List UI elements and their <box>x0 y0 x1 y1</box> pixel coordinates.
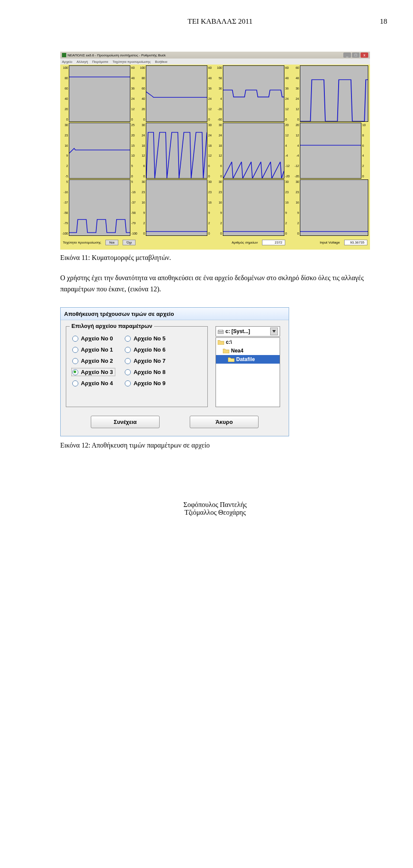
page-footer: Σοφόπουλος Παντελής Τζιόμαλλος Θεοχάρης <box>60 501 370 516</box>
minimize-button[interactable]: _ <box>343 53 351 58</box>
radio-label: Αρχείο Νο 4 <box>81 380 113 386</box>
dialog-button-row: Συνέχεια Άκυρο <box>61 414 289 436</box>
page-number: 18 <box>380 17 387 26</box>
status-sim-speed-label: Ταχύτητα προσομοίωσης <box>63 241 101 244</box>
status-points-label: Αριθμός σημείων <box>231 241 258 244</box>
radio-label: Αρχείο Νο 8 <box>133 369 165 375</box>
footer-author-2: Τζιόμαλλος Θεοχάρης <box>60 509 370 516</box>
statusbar: Ταχύτητα προσομοίωσης Ναι Όχι Αριθμός ση… <box>60 237 370 248</box>
radio-icon <box>72 336 78 342</box>
folder-label: c:\ <box>226 339 232 345</box>
dialog-title: Αποθήκευση τρέχουσων τιμών σε αρχείο <box>64 311 174 317</box>
file-radio[interactable]: Αρχείο Νο 5 <box>125 335 165 342</box>
file-radio[interactable]: Αρχείο Νο 4 <box>72 380 114 386</box>
file-radio[interactable]: Αρχείο Νο 7 <box>125 358 165 364</box>
save-parameters-dialog: Αποθήκευση τρέχουσων τιμών σε αρχείο Επι… <box>60 307 289 436</box>
menu-item[interactable]: Αρχείο <box>62 60 72 64</box>
disk-icon <box>218 329 224 334</box>
radio-label: Αρχείο Νο 7 <box>133 358 165 364</box>
folder-icon <box>218 340 224 345</box>
file-radio[interactable]: Αρχείο Νο 1 <box>72 346 114 353</box>
drive-select[interactable]: c: [Syst...] <box>216 326 280 337</box>
yes-button[interactable]: Ναι <box>105 240 118 245</box>
input-voltage-field[interactable]: 93.36735 <box>344 240 367 245</box>
menu-item[interactable]: Αλλαγή <box>77 60 88 64</box>
file-radio[interactable]: Αρχείο Νο 8 <box>125 369 165 375</box>
figure-11-caption: Εικόνα 11: Κυματομορφές μεταβλητών. <box>60 254 370 262</box>
radio-icon <box>125 369 131 375</box>
radio-icon <box>72 358 78 364</box>
header-title: ΤΕΙ ΚΑΒΑΛΑΣ 2011 <box>188 17 253 26</box>
menu-item[interactable]: Βοήθεια <box>155 60 167 64</box>
simulation-window: ΝΕΑΠΟΛΙΣ εκδ.6 - Προσομοίωση συστήματος … <box>60 52 370 250</box>
radio-icon <box>125 347 131 353</box>
app-icon <box>62 53 66 57</box>
folder-icon <box>228 357 234 362</box>
no-button[interactable]: Όχι <box>123 240 136 245</box>
window-titlebar: ΝΕΑΠΟΛΙΣ εκδ.6 - Προσομοίωση συστήματος … <box>60 52 370 59</box>
chart-grid: 100806040200Input Voltage604836241201008… <box>60 65 369 237</box>
radio-icon <box>72 347 78 353</box>
cancel-button[interactable]: Άκυρο <box>190 416 259 428</box>
chart-cell: 3024181260Valve Voltage3024181260 <box>138 123 214 179</box>
chart-cell: 302316920*Res Values302316920 <box>138 179 214 236</box>
continue-button[interactable]: Συνέχεια <box>91 416 160 428</box>
chart-cell: 100806040200Input Voltage60483624120 <box>61 65 137 122</box>
chart-cell: 5-16-37-58-79-100Diode Current5-16-37-58… <box>61 179 137 236</box>
chevron-down-icon <box>270 327 278 335</box>
file-radio[interactable]: Αρχείο Νο 0 <box>72 335 114 342</box>
radio-icon <box>72 369 78 375</box>
window-title: ΝΕΑΠΟΛΙΣ εκδ.6 - Προσομοίωση συστήματος … <box>68 53 166 57</box>
radio-icon <box>125 336 131 342</box>
status-iv-label: Input Voltage <box>320 241 340 244</box>
menubar: Αρχείο Αλλαγή Πειράματα Ταχύτητα προσομο… <box>60 59 370 65</box>
folder-icon <box>223 348 229 353</box>
radio-label: Αρχείο Νο 6 <box>133 346 165 353</box>
maximize-button[interactable]: □ <box>352 53 360 58</box>
file-radio[interactable]: Αρχείο Νο 6 <box>125 346 165 353</box>
radio-label: Αρχείο Νο 0 <box>81 335 113 342</box>
chart-cell: 3024181260Valve Current20124-4-12-20 <box>215 123 291 179</box>
points-field[interactable]: 2372 <box>262 240 285 245</box>
radio-icon <box>72 380 78 386</box>
file-radio[interactable]: Αρχείο Νο 9 <box>125 380 165 386</box>
chart-cell: 302316920Output Current <box>292 179 368 236</box>
radio-label: Αρχείο Νο 9 <box>133 380 165 386</box>
svg-rect-1 <box>219 330 223 331</box>
radio-label: Αρχείο Νο 3 <box>81 369 113 375</box>
radio-icon <box>125 358 131 364</box>
menu-item[interactable]: Πειράματα <box>92 60 108 64</box>
folder-item[interactable]: Nea4 <box>216 346 280 355</box>
chart-cell: 100806040200Output Voltage60483624120 <box>138 65 214 122</box>
chart-cell: 60483624120Diode Voltage <box>292 65 368 122</box>
chart-cell: 20124-4-12-201086420 <box>292 123 368 179</box>
folder-label: Nea4 <box>231 348 243 354</box>
radio-label: Αρχείο Νο 2 <box>81 358 113 364</box>
folder-item[interactable]: c:\ <box>216 338 280 346</box>
chart-cell: 302316920Input Current302316920 <box>215 179 291 236</box>
folder-label: Datafile <box>236 356 255 362</box>
footer-author-1: Σοφόπουλος Παντελής <box>60 501 370 509</box>
radio-icon <box>125 380 131 386</box>
close-button[interactable]: x <box>361 53 368 58</box>
chart-cell: 30231692-5Output Current2520151050 <box>61 123 137 179</box>
svg-marker-2 <box>272 330 276 333</box>
folder-item[interactable]: Datafile <box>216 355 280 364</box>
radio-label: Αρχείο Νο 1 <box>81 346 113 353</box>
menu-item[interactable]: Ταχύτητα προσομοίωσης <box>112 60 151 64</box>
file-select-group: Επιλογή αρχείου παραμέτρων Αρχείο Νο 0Αρ… <box>66 326 208 407</box>
chart-cell: 10058364-28-60Input Current60483624120 <box>215 65 291 122</box>
radio-label: Αρχείο Νο 5 <box>133 335 165 342</box>
file-radio[interactable]: Αρχείο Νο 3 <box>72 369 114 375</box>
figure-12-caption: Εικόνα 12: Αποθήκευση τιμών παραμέτρων σ… <box>60 442 370 449</box>
page-header: ΤΕΙ ΚΑΒΑΛΑΣ 2011 18 <box>60 17 370 26</box>
body-paragraph: Ο χρήστης έχει την δυνατότητα να αποθηκε… <box>60 272 370 294</box>
group-title: Επιλογή αρχείου παραμέτρων <box>70 323 154 329</box>
drive-label: c: [Syst...] <box>225 328 250 334</box>
folder-list[interactable]: c:\Nea4Datafile <box>216 337 280 407</box>
file-radio[interactable]: Αρχείο Νο 2 <box>72 358 114 364</box>
dialog-titlebar: Αποθήκευση τρέχουσων τιμών σε αρχείο <box>61 308 289 320</box>
